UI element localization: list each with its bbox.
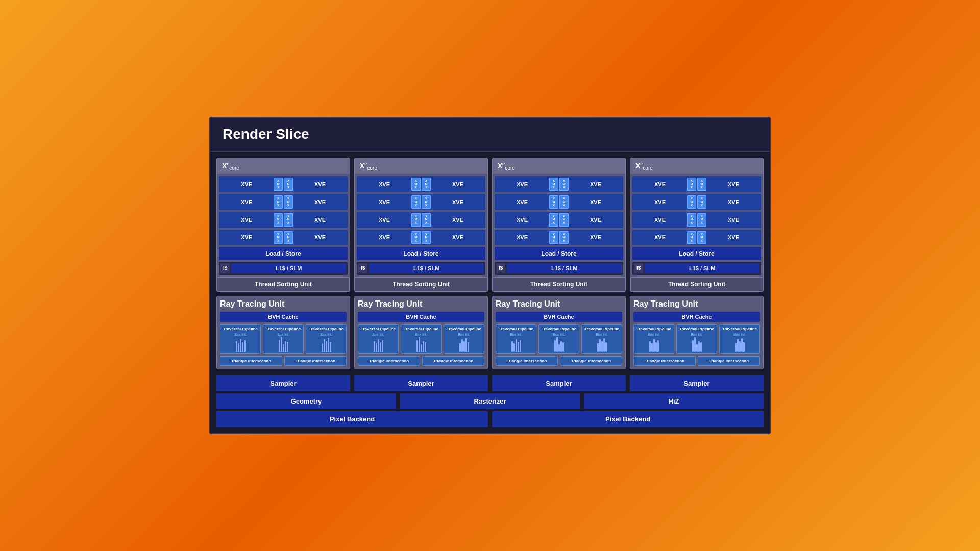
tri-int-3-2: Triangle Intersection [560, 356, 622, 366]
tp-bar [374, 341, 375, 352]
xmx-cell: XMX [687, 178, 696, 191]
load-store-1: Load / Store [219, 247, 348, 260]
xve-label: XVE [221, 199, 272, 205]
xmx-cell: XMX [284, 231, 293, 244]
xmx-cell: XMX [284, 213, 293, 227]
xve-label: XVE [497, 234, 548, 240]
xmx-cell: XMX [422, 195, 431, 209]
rtu-3-title: Ray Tracing Unit [496, 299, 622, 309]
tp-bar [556, 337, 558, 352]
is-cell-2: I$ [358, 263, 368, 273]
xmx-group: XMX XMX [549, 231, 569, 244]
tp-bar [285, 341, 286, 352]
box-int: Box Int. [583, 333, 620, 336]
tp-label: Traversal Pipeline [360, 327, 397, 331]
xve-label: XVE [221, 181, 272, 187]
pixel-row: Pixel Backend Pixel Backend [216, 411, 764, 427]
tp-2-1: Traversal Pipeline Box Int. [358, 324, 399, 354]
xve-row-1-4: XVE XMX XMX XVE [219, 230, 348, 246]
tp-bar [281, 337, 282, 352]
xve-row-4-2: XVE XMX XMX XVE [632, 194, 761, 210]
tp-bar [605, 342, 607, 352]
tp-bar [328, 338, 329, 352]
xmx-cell: XMX [687, 195, 696, 209]
xve-label: XVE [432, 217, 483, 223]
bvh-cache-3: BVH Cache [496, 312, 622, 322]
tp-bar [326, 341, 327, 352]
sampler-4: Sampler [630, 375, 764, 391]
tp-label: Traversal Pipeline [446, 327, 482, 331]
triangle-intersections-3: Triangle Intersection Triangle Intersect… [496, 356, 622, 366]
xe-core-1: Xecore XVE XMX XMX XVE XVE [216, 158, 350, 292]
xmx-cell: XMX [411, 178, 421, 191]
tp-label: Traversal Pipeline [541, 327, 577, 331]
tp-4-2: Traversal Pipeline Box Int. [676, 324, 717, 354]
xmx-group: XMX XMX [274, 178, 293, 191]
tp-bar [520, 340, 521, 352]
tp-bar [287, 342, 288, 352]
xve-label: XVE [359, 234, 410, 240]
xmx-group: XMX XMX [274, 213, 293, 227]
xve-row-1-2: XVE XMX XMX XVE [219, 194, 348, 210]
tp-bars [635, 337, 672, 352]
tp-bar [425, 342, 426, 352]
tp-3-2: Traversal Pipeline Box Int. [538, 324, 579, 354]
rtu-1: Ray Tracing Unit BVH Cache Traversal Pip… [216, 296, 350, 369]
tri-int-3-1: Triangle Intersection [496, 356, 558, 366]
xve-label: XVE [708, 234, 759, 240]
xe-core-2-body: XVE XMX XMX XVE XVE XMX XMX XVE [355, 174, 487, 277]
tp-3-1: Traversal Pipeline Box Int. [496, 324, 536, 354]
tp-bar [737, 339, 739, 352]
tp-bars [265, 337, 302, 352]
tp-bar [653, 339, 655, 352]
tp-label: Traversal Pipeline [498, 327, 534, 331]
box-int: Box Int. [541, 333, 577, 336]
tp-bar [461, 339, 463, 352]
tp-bars [308, 337, 345, 352]
tp-label: Traversal Pipeline [222, 327, 259, 331]
tp-4-1: Traversal Pipeline Box Int. [633, 324, 674, 354]
rtu-4: Ray Tracing Unit BVH Cache Traversal Pip… [630, 296, 764, 369]
bvh-cache-1: BVH Cache [220, 312, 347, 322]
cache-row-1: I$ L1$ / SLM [219, 262, 348, 275]
xve-label: XVE [432, 234, 483, 240]
xve-label: XVE [570, 181, 621, 187]
tp-bar [741, 338, 743, 352]
tp-bar [459, 343, 461, 352]
xve-label: XVE [708, 181, 759, 187]
triangle-intersections-2: Triangle Intersection Triangle Intersect… [358, 356, 484, 366]
xmx-group: XMX XMX [687, 195, 706, 209]
tp-bars [541, 337, 577, 352]
tp-bar [516, 339, 517, 352]
tsu-2: Thread Sorting Unit [355, 277, 487, 291]
ray-tracing-row: Ray Tracing Unit BVH Cache Traversal Pip… [216, 296, 764, 369]
cache-row-3: I$ L1$ / SLM [495, 262, 623, 275]
rtu-2-title: Ray Tracing Unit [358, 299, 484, 309]
tp-bars [360, 337, 397, 352]
xmx-group: XMX XMX [687, 231, 706, 244]
sampler-row: Sampler Sampler Sampler Sampler [216, 375, 764, 391]
geometry-bar: Geometry [216, 393, 396, 409]
tp-1-3: Traversal Pipeline Box Int. [306, 324, 347, 354]
xe-core-4-header: Xecore [630, 158, 763, 174]
xve-label: XVE [221, 234, 272, 240]
xve-label: XVE [221, 217, 272, 223]
xve-row-1-3: XVE XMX XMX XVE [219, 212, 348, 228]
xve-row-4-1: XVE XMX XMX XVE [632, 176, 761, 192]
xe-core-4-body: XVE XMX XMX XVE XVE XMX XMX XVE [630, 174, 763, 277]
tsu-4: Thread Sorting Unit [630, 277, 763, 291]
xve-label: XVE [634, 199, 685, 205]
xe-core-2-header: Xecore [355, 158, 487, 174]
is-cell-1: I$ [220, 263, 230, 273]
traversal-pipelines-4: Traversal Pipeline Box Int. Traversal Pi… [633, 324, 760, 354]
xve-label: XVE [432, 199, 483, 205]
tp-bar [562, 342, 564, 352]
tp-label: Traversal Pipeline [403, 327, 439, 331]
xve-label: XVE [432, 181, 483, 187]
triangle-intersections-4: Triangle Intersection Triangle Intersect… [633, 356, 760, 366]
xve-label: XVE [570, 199, 621, 205]
tp-bar [698, 341, 700, 352]
tp-bar [238, 343, 239, 352]
xve-label: XVE [570, 217, 621, 223]
xmx-group: XMX XMX [411, 213, 431, 227]
